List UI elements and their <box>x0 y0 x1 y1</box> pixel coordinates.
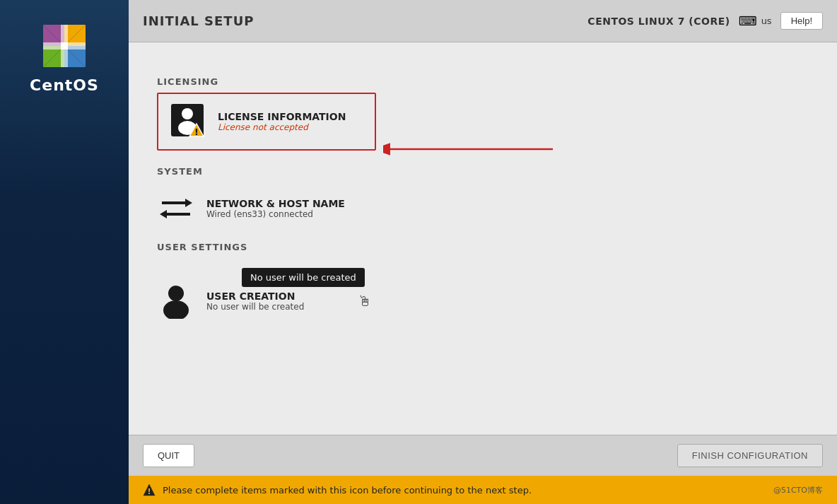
finish-configuration-button[interactable]: FINISH CONFIGURATION <box>677 444 823 467</box>
keyboard-icon: ⌨ <box>739 13 757 28</box>
user-creation-text: USER CREATION No user will be created <box>206 291 304 312</box>
page-title: INITIAL SETUP <box>143 13 254 28</box>
user-creation-icon <box>157 282 195 320</box>
network-icon <box>157 189 195 228</box>
user-creation-item[interactable]: USER CREATION No user will be created 🖱 <box>157 275 809 327</box>
centos-brand-label: CentOS <box>30 76 99 94</box>
license-subtitle: License not accepted <box>218 122 346 132</box>
network-subtitle: Wired (ens33) connected <box>206 209 345 219</box>
cursor-icon: 🖱 <box>358 293 372 310</box>
license-person-icon: ! <box>170 102 208 141</box>
user-creation-subtitle: No user will be created <box>206 302 304 312</box>
network-arrows-icon <box>158 193 194 224</box>
network-text: NETWORK & HOST NAME Wired (ens33) connec… <box>206 198 345 219</box>
language-label: us <box>761 16 772 26</box>
user-creation-wrapper: No user will be created USER CREATION No… <box>157 275 809 327</box>
network-item[interactable]: NETWORK & HOST NAME Wired (ens33) connec… <box>157 182 809 235</box>
centos-logo: CentOS <box>30 21 99 94</box>
footer-watermark: @51CTO博客 <box>773 485 823 496</box>
svg-marker-21 <box>160 210 167 218</box>
centos-logo-icon <box>40 21 89 71</box>
footer-buttons: QUIT FINISH CONFIGURATION <box>129 435 837 476</box>
footer-warning-text: Please complete items marked with this i… <box>163 485 532 496</box>
user-settings-section-label: USER SETTINGS <box>157 242 809 252</box>
footer-warning-icon: ! <box>143 484 156 496</box>
content-area: LICENSING ! <box>129 42 837 435</box>
license-text: LICENSE INFORMATION License not accepted <box>218 111 346 132</box>
main-panel: INITIAL SETUP CENTOS LINUX 7 (CORE) ⌨ us… <box>129 0 837 504</box>
footer-warning: ! Please complete items marked with this… <box>129 476 837 504</box>
license-icon-wrapper: ! <box>170 102 208 141</box>
licensing-item[interactable]: ! LICENSE INFORMATION License not accept… <box>157 93 376 151</box>
user-silhouette-icon <box>160 283 192 319</box>
svg-marker-19 <box>185 199 192 207</box>
licensing-section-label: LICENSING <box>157 76 809 87</box>
svg-point-12 <box>182 108 193 119</box>
svg-text:!: ! <box>147 487 151 496</box>
svg-point-22 <box>168 286 184 301</box>
svg-text:!: ! <box>194 127 199 137</box>
quit-button[interactable]: QUIT <box>143 444 194 467</box>
header: INITIAL SETUP CENTOS LINUX 7 (CORE) ⌨ us… <box>129 0 837 42</box>
arrow-pointer <box>383 128 567 170</box>
licensing-box-inner: ! LICENSE INFORMATION License not accept… <box>170 102 363 141</box>
svg-point-23 <box>163 300 189 319</box>
help-button[interactable]: Help! <box>780 12 823 30</box>
svg-rect-10 <box>61 42 68 49</box>
sidebar: CentOS <box>0 0 129 504</box>
system-section-label: SYSTEM <box>157 166 809 177</box>
os-title: CENTOS LINUX 7 (CORE) <box>587 16 730 27</box>
user-creation-title: USER CREATION <box>206 291 304 302</box>
license-title: LICENSE INFORMATION <box>218 111 346 122</box>
header-right: CENTOS LINUX 7 (CORE) ⌨ us Help! <box>587 12 823 30</box>
network-title: NETWORK & HOST NAME <box>206 198 345 209</box>
keyboard-area: ⌨ us <box>739 13 772 28</box>
